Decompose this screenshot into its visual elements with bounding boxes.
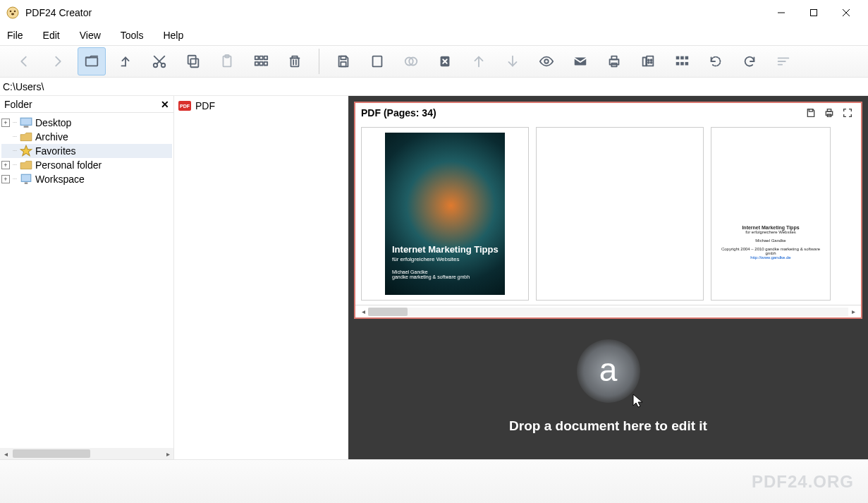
tree-label: Personal folder	[35, 158, 102, 172]
cover-title: Internet Marketing Tipps	[392, 244, 499, 255]
back-button[interactable]	[10, 47, 38, 75]
svg-rect-5	[811, 10, 817, 16]
footer-brand: PDF24.ORG	[752, 472, 854, 492]
app-icon	[6, 6, 20, 20]
merge-button[interactable]	[397, 47, 425, 75]
email-button[interactable]	[566, 47, 594, 75]
folder-panel-close[interactable]: ✕	[161, 99, 169, 110]
desktop-icon	[20, 117, 32, 128]
menu-tools[interactable]: Tools	[121, 30, 144, 41]
p3-subtitle: für erfolgreichere Websites	[719, 230, 823, 234]
scroll-thumb[interactable]	[368, 308, 408, 316]
tree-expander[interactable]: +	[1, 175, 10, 183]
menu-help[interactable]: Help	[163, 30, 183, 41]
pdf-icon: PDF	[178, 101, 191, 111]
cursor-icon	[632, 393, 644, 408]
path-bar[interactable]: C:\Users\	[0, 78, 868, 96]
cut-button[interactable]	[145, 47, 173, 75]
svg-rect-40	[611, 56, 616, 60]
page-thumb-2[interactable]	[536, 127, 704, 301]
tree-node-favorites[interactable]: ┈ Favorites	[1, 144, 172, 158]
tree-label: Archive	[35, 130, 68, 144]
svg-point-47	[651, 62, 652, 63]
svg-point-46	[648, 62, 649, 63]
file-item[interactable]: PDF PDF	[178, 99, 344, 113]
folder-h-scrollbar[interactable]: ◂ ▸	[0, 448, 173, 459]
minimize-button[interactable]	[765, 2, 797, 23]
thumbs-h-scrollbar[interactable]: ◂ ▸	[355, 305, 861, 317]
tree-expander[interactable]: +	[1, 161, 10, 169]
page-thumb-1[interactable]: Internet Marketing Tipps für erfolgreich…	[361, 127, 529, 301]
move-up-button[interactable]	[465, 47, 493, 75]
cover-author: Michael Gandke	[392, 269, 499, 274]
folder-panel: Folder ✕ +┈ Desktop ┈ Archive ┈ Favorite…	[0, 96, 174, 459]
multi-grid-button[interactable]	[668, 47, 696, 75]
svg-rect-23	[264, 62, 268, 66]
file-list-panel: PDF PDF	[174, 96, 348, 459]
tree-node-workspace[interactable]: +┈ Workspace	[1, 172, 172, 186]
tree-expander[interactable]: +	[1, 119, 10, 127]
menu-edit[interactable]: Edit	[43, 30, 60, 41]
forward-button[interactable]	[44, 47, 72, 75]
move-down-button[interactable]	[499, 47, 527, 75]
drop-orb-icon: a	[577, 339, 640, 403]
favorites-icon	[20, 145, 32, 157]
rotate-cw-button[interactable]	[735, 47, 764, 75]
drop-message: Drop a document here to edit it	[509, 418, 707, 434]
new-doc-button[interactable]	[363, 47, 391, 75]
svg-rect-48	[676, 56, 680, 60]
tree-node-archive[interactable]: ┈ Archive	[1, 130, 172, 144]
svg-point-0	[7, 7, 18, 18]
explorer-button[interactable]	[78, 47, 106, 75]
scroll-right-icon[interactable]: ▸	[848, 308, 858, 315]
page-thumb-3[interactable]: Internet Marketing Tipps für erfolgreich…	[711, 127, 831, 301]
svg-rect-50	[685, 56, 689, 60]
svg-point-44	[648, 59, 649, 61]
menu-file[interactable]: File	[7, 30, 23, 41]
svg-point-45	[651, 59, 652, 61]
remove-page-button[interactable]	[431, 47, 459, 75]
svg-rect-60	[21, 174, 31, 181]
print-button[interactable]	[600, 47, 628, 75]
svg-rect-20	[264, 56, 268, 60]
paste-button[interactable]	[213, 47, 241, 75]
svg-point-37	[544, 59, 549, 63]
file-name: PDF	[195, 100, 215, 111]
tree-node-desktop[interactable]: +┈ Desktop	[1, 116, 172, 130]
grid-view-button[interactable]	[247, 47, 275, 75]
tree-label: Workspace	[35, 172, 85, 186]
maximize-button[interactable]	[797, 2, 830, 23]
preview-button[interactable]	[532, 47, 561, 75]
rotate-ccw-button[interactable]	[702, 47, 730, 75]
sort-button[interactable]	[769, 47, 797, 75]
delete-button[interactable]	[281, 47, 309, 75]
folder-icon	[20, 159, 32, 171]
menu-view[interactable]: View	[80, 30, 101, 41]
doc-print-button[interactable]	[821, 106, 837, 120]
doc-fullscreen-button[interactable]	[840, 106, 855, 120]
svg-rect-14	[190, 59, 198, 67]
svg-rect-27	[341, 56, 346, 60]
p3-title: Internet Marketing Tipps	[719, 225, 823, 230]
svg-point-2	[14, 11, 16, 13]
svg-rect-52	[680, 62, 684, 66]
svg-marker-59	[20, 145, 32, 156]
save-button[interactable]	[329, 47, 357, 75]
up-button[interactable]	[111, 47, 140, 75]
copy-button[interactable]	[179, 47, 207, 75]
page-thumbnails: Internet Marketing Tipps für erfolgreich…	[355, 123, 861, 305]
svg-rect-43	[647, 56, 653, 66]
cover-image: Internet Marketing Tipps für erfolgreich…	[385, 133, 505, 295]
fax-button[interactable]	[634, 47, 662, 75]
tree-node-personal[interactable]: +┈ Personal folder	[1, 158, 172, 172]
close-button[interactable]	[830, 2, 862, 23]
toolbar	[0, 45, 868, 78]
cover-company: gandke marketing & software gmbh	[392, 274, 499, 279]
drop-glyph: a	[599, 351, 618, 389]
doc-save-button[interactable]	[803, 106, 819, 120]
svg-rect-22	[259, 62, 263, 66]
svg-rect-19	[259, 56, 263, 60]
tree-label: Favorites	[35, 144, 76, 158]
scroll-left-icon[interactable]: ◂	[358, 308, 368, 315]
drop-zone[interactable]: a Drop a document here to edit it	[354, 319, 862, 454]
